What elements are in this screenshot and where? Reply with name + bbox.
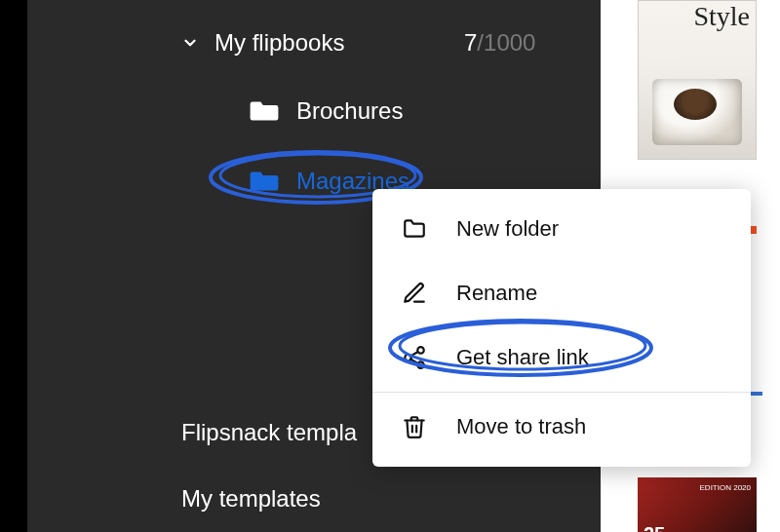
flipbook-count: 7/1000	[464, 29, 535, 57]
rename-icon	[400, 279, 429, 308]
chevron-down-icon	[181, 34, 199, 52]
app-root: My flipbooks 7/1000 Brochures Magazines …	[0, 0, 780, 532]
folder-icon	[250, 170, 279, 193]
folder-icon	[250, 99, 279, 123]
sidebar-item-brochures[interactable]: Brochures	[250, 97, 403, 125]
thumbnail-issue-number: 25	[644, 523, 665, 532]
context-menu-item-label: Move to trash	[456, 414, 586, 439]
context-menu-new-folder[interactable]: New folder	[372, 197, 751, 261]
thumbnail-red-magazine[interactable]: EDITION 2020 25	[638, 477, 757, 532]
sidebar-item-label: Flipsnack templa	[181, 419, 357, 445]
sidebar-section-label: My flipbooks	[214, 29, 344, 57]
thumbnail-style-magazine[interactable]: Style	[638, 0, 757, 160]
sidebar-item-label: Brochures	[296, 97, 403, 125]
share-icon	[400, 343, 429, 372]
thumbnail-image-coffee	[652, 79, 742, 145]
context-menu-item-label: New folder	[456, 216, 559, 242]
sidebar-item-flipsnack-templates[interactable]: Flipsnack templa	[181, 419, 357, 446]
svg-line-5	[410, 360, 417, 363]
flipbook-count-current: 7	[464, 29, 477, 56]
context-menu: New folder Rename Get share link Move to…	[372, 189, 751, 467]
new-folder-icon	[400, 214, 429, 244]
trash-icon	[400, 412, 429, 441]
svg-line-6	[410, 352, 417, 356]
sidebar-item-label: My templates	[181, 485, 321, 512]
app-leftbar	[0, 0, 27, 532]
sidebar-item-my-templates[interactable]: My templates	[181, 485, 321, 513]
context-menu-item-label: Rename	[456, 281, 537, 306]
thumbnail-title: Style	[693, 1, 750, 32]
context-menu-item-label: Get share link	[456, 345, 589, 370]
thumbnail-edition-label: EDITION 2020	[700, 483, 751, 493]
context-menu-rename[interactable]: Rename	[372, 261, 751, 325]
context-menu-separator	[372, 392, 751, 393]
context-menu-move-to-trash[interactable]: Move to trash	[372, 395, 751, 459]
sidebar-section-myflipbooks[interactable]: My flipbooks	[181, 29, 344, 57]
flipbook-count-max: 1000	[484, 29, 535, 56]
context-menu-get-share-link[interactable]: Get share link	[372, 325, 751, 390]
